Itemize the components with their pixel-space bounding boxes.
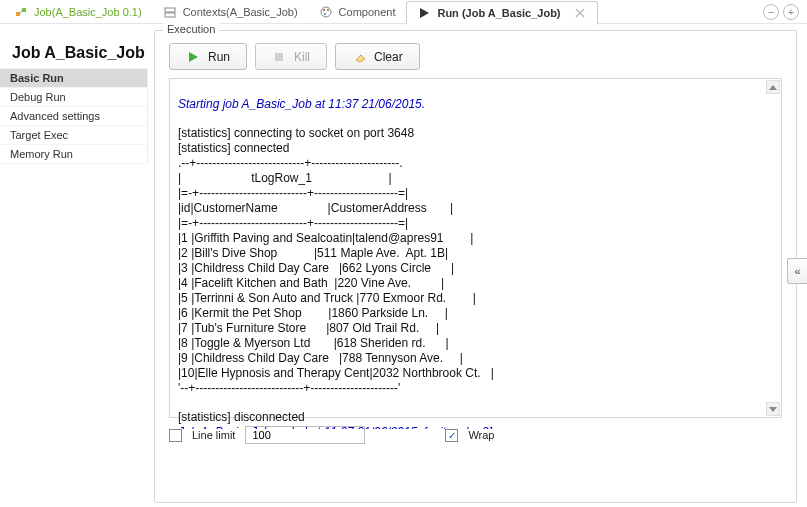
sidebar-item-basic-run[interactable]: Basic Run [0, 69, 148, 88]
console-table-row: |6 |Kermit the Pet Shop |1860 Parkside L… [178, 306, 448, 320]
line-limit-checkbox[interactable] [169, 429, 182, 442]
contexts-icon [163, 5, 177, 19]
tab-bar: Job(A_Basic_Job 0.1) Contexts(A_Basic_Jo… [0, 0, 807, 24]
svg-rect-4 [165, 13, 175, 17]
console-table-row: |5 |Terrinni & Son Auto and Truck |770 E… [178, 291, 476, 305]
sidebar: Basic Run Debug Run Advanced settings Ta… [0, 68, 148, 164]
kill-button[interactable]: Kill [255, 43, 327, 70]
tab-run-label: Run (Job A_Basic_Job) [437, 7, 560, 19]
svg-marker-9 [420, 8, 429, 18]
clear-button[interactable]: Clear [335, 43, 420, 70]
tab-contexts-label: Contexts(A_Basic_Job) [183, 6, 298, 18]
console-table-row: |1 |Griffith Paving and Sealcoatin|talen… [178, 231, 473, 245]
console-table-sep: |=-+---------------------------+--------… [178, 216, 408, 230]
console-table-row: |9 |Childress Child Day Care |788 Tennys… [178, 351, 463, 365]
collapse-handle[interactable]: « [787, 258, 807, 284]
play-icon [186, 50, 200, 64]
console-table-sep: |=-+---------------------------+--------… [178, 186, 408, 200]
console-end-line: Job A_Basic_Job ended at 11:37 21/06/201… [178, 425, 492, 429]
scroll-up-button[interactable] [766, 80, 780, 94]
svg-point-6 [322, 8, 324, 10]
svg-point-7 [326, 8, 328, 10]
wrap-label: Wrap [468, 429, 494, 441]
console-table-row: |8 |Toggle & Myerson Ltd |618 Sheriden r… [178, 336, 449, 350]
svg-rect-0 [16, 12, 20, 16]
svg-point-8 [323, 12, 325, 14]
console-table-row: |10|Elle Hypnosis and Therapy Cent|2032 … [178, 366, 494, 380]
console-table-border: .--+---------------------------+--------… [178, 156, 402, 170]
console-table-row: |3 |Childress Child Day Care |662 Lyons … [178, 261, 454, 275]
left-column: Job A_Basic_Job Basic Run Debug Run Adva… [0, 24, 148, 507]
job-icon [14, 5, 28, 19]
console-start-line: Starting job A_Basic_Job at 11:37 21/06/… [178, 97, 425, 111]
console-wrap: Starting job A_Basic_Job at 11:37 21/06/… [169, 78, 782, 418]
sidebar-item-target-exec[interactable]: Target Exec [0, 126, 148, 145]
svg-point-5 [321, 7, 331, 17]
console-table-row: |4 |Facelift Kitchen and Bath |220 Vine … [178, 276, 444, 290]
close-icon[interactable] [573, 6, 587, 20]
sidebar-item-advanced-settings[interactable]: Advanced settings [0, 107, 148, 126]
line-limit-label: Line limit [192, 429, 235, 441]
tab-run[interactable]: Run (Job A_Basic_Job) [406, 1, 597, 25]
console-statistics-line: [statistics] connected [178, 141, 289, 155]
svg-rect-1 [22, 8, 26, 12]
play-icon [417, 6, 431, 20]
console-table-row: |7 |Tub's Furniture Store |807 Old Trail… [178, 321, 439, 335]
sidebar-item-memory-run[interactable]: Memory Run [0, 145, 148, 164]
palette-icon [319, 5, 333, 19]
console-table-row: |2 |Bill's Dive Shop |511 Maple Ave. Apt… [178, 246, 448, 260]
tab-job-label: Job(A_Basic_Job 0.1) [34, 6, 142, 18]
stop-icon [272, 50, 286, 64]
maximize-button[interactable]: + [783, 4, 799, 20]
svg-marker-14 [356, 55, 365, 62]
tab-component-label: Component [339, 6, 396, 18]
scroll-down-button[interactable] [766, 402, 780, 416]
tab-contexts[interactable]: Contexts(A_Basic_Job) [153, 0, 309, 24]
wrap-checkbox[interactable]: ✓ [445, 429, 458, 442]
svg-marker-12 [189, 52, 198, 62]
console-table-title: | tLogRow_1 | [178, 171, 392, 185]
run-button[interactable]: Run [169, 43, 247, 70]
console-statistics-line: [statistics] disconnected [178, 410, 305, 424]
sidebar-item-debug-run[interactable]: Debug Run [0, 88, 148, 107]
eraser-icon [352, 50, 366, 64]
minimize-button[interactable]: − [763, 4, 779, 20]
console-table-border: '--+---------------------------+--------… [178, 381, 400, 395]
execution-group-title: Execution [163, 23, 219, 35]
console-output[interactable]: Starting job A_Basic_Job at 11:37 21/06/… [170, 91, 781, 429]
kill-button-label: Kill [294, 50, 310, 64]
run-button-label: Run [208, 50, 230, 64]
svg-rect-3 [165, 8, 175, 12]
execution-group: Execution Run Kill Clear Starting job A_… [154, 30, 797, 503]
svg-rect-13 [275, 53, 283, 61]
tab-job[interactable]: Job(A_Basic_Job 0.1) [4, 0, 153, 24]
page-title: Job A_Basic_Job [12, 44, 136, 62]
console-table-head: |id|CustomerName |CustomerAddress | [178, 201, 453, 215]
console-statistics-line: [statistics] connecting to socket on por… [178, 126, 414, 140]
clear-button-label: Clear [374, 50, 403, 64]
svg-line-2 [20, 10, 22, 14]
tab-component[interactable]: Component [309, 0, 407, 24]
